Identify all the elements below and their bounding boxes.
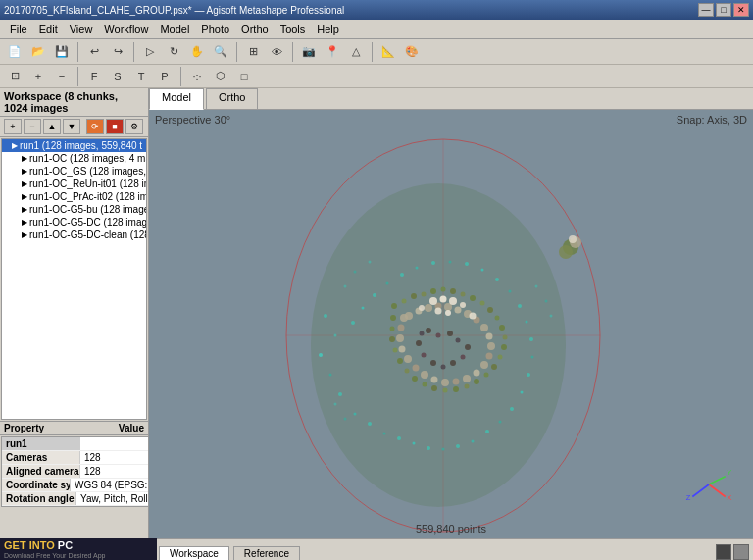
status-icon-2[interactable] (733, 544, 749, 560)
undo-button[interactable]: ↩ (83, 42, 105, 62)
menu-item-tools[interactable]: Tools (275, 23, 312, 36)
remove-chunk-button[interactable]: − (24, 119, 41, 134)
refresh-button[interactable]: ⟳ (86, 119, 104, 134)
island-visualization (247, 120, 659, 538)
tree-item-3[interactable]: ▶run1-OC_ReUn-it01 (128 images (2, 178, 146, 190)
shape-button[interactable]: △ (345, 42, 367, 62)
menu-item-view[interactable]: View (64, 23, 99, 36)
persp-view-button[interactable]: P (154, 67, 176, 86)
title-bar: 20170705_KFIsland_CLAHE_GROUP.psx* — Agi… (0, 0, 753, 20)
menu-item-help[interactable]: Help (311, 23, 345, 36)
tree-item-0[interactable]: ▶run1 (128 images, 559,840 t (2, 139, 146, 152)
zoom-button[interactable]: 🔍 (210, 42, 231, 62)
settings-ws-button[interactable]: ⚙ (126, 119, 143, 134)
point-cloud-button[interactable]: ·:· (186, 67, 208, 86)
marker-button[interactable]: 📍 (322, 42, 343, 62)
svg-point-31 (449, 261, 452, 264)
svg-point-40 (402, 299, 407, 304)
tree-item-label: run1-OC_GS (128 images, 4 mar (29, 166, 146, 177)
svg-point-101 (470, 313, 477, 320)
side-view-button[interactable]: S (107, 67, 128, 86)
menu-item-workflow[interactable]: Workflow (98, 23, 154, 36)
left-panel: Workspace (8 chunks, 1024 images + − ▲ ▼… (0, 88, 149, 538)
window-controls: — □ ✕ (698, 3, 749, 17)
tree-arrow: ▶ (22, 179, 27, 188)
menu-item-edit[interactable]: Edit (33, 23, 64, 36)
move-down-button[interactable]: ▼ (63, 119, 80, 134)
stop-button[interactable]: ■ (106, 119, 124, 134)
svg-point-63 (412, 376, 418, 382)
front-view-button[interactable]: F (83, 67, 105, 86)
svg-point-21 (521, 391, 524, 394)
svg-point-91 (399, 346, 406, 353)
tree-item-5[interactable]: ▶run1-OC-G5-bu (128 images, 4 m (2, 203, 146, 216)
workspace-header: Workspace (8 chunks, 1024 images (0, 88, 148, 117)
rotate-button[interactable]: ↻ (163, 42, 184, 62)
camera-button[interactable]: 📷 (298, 42, 320, 62)
toolbar-2: ⊡ + − F S T P ·:· ⬡ □ (0, 65, 753, 88)
fit-button[interactable]: ⊡ (4, 67, 25, 86)
mesh-button[interactable]: ⬡ (210, 67, 231, 86)
close-button[interactable]: ✕ (733, 3, 749, 17)
svg-point-10 (368, 422, 372, 426)
minimize-button[interactable]: — (698, 3, 714, 17)
workspace-tab[interactable]: Workspace (159, 546, 229, 560)
add-chunk-button[interactable]: + (4, 119, 22, 134)
prop-label-3: Coordinate system (2, 479, 71, 491)
tree-item-1[interactable]: ▶run1-OC (128 images, 4 marks (2, 152, 146, 165)
ortho-button[interactable]: □ (233, 67, 255, 86)
svg-point-87 (431, 377, 438, 383)
viewport: ModelOrtho Perspective 30° Snap: Axis, 3… (149, 88, 753, 538)
status-icon-1[interactable] (716, 544, 731, 560)
svg-point-18 (485, 430, 489, 433)
viewport-content[interactable]: Perspective 30° Snap: Axis, 3D (149, 110, 753, 538)
zoom-in-button[interactable]: + (27, 67, 49, 86)
reference-tab[interactable]: Reference (233, 546, 300, 560)
grid-button[interactable]: ⊞ (242, 42, 264, 62)
svg-point-120 (354, 271, 357, 274)
prop-label-1: Cameras (2, 451, 80, 464)
svg-point-124 (550, 315, 553, 318)
move-up-button[interactable]: ▲ (43, 119, 61, 134)
svg-point-112 (422, 353, 427, 358)
open-button[interactable]: 📂 (27, 42, 49, 62)
prop-label-4: Rotation angles (2, 492, 76, 505)
view-button[interactable]: 👁 (266, 42, 287, 62)
svg-point-54 (498, 355, 503, 360)
tree-item-label: run1-OC_ReUn-it01 (128 images (29, 178, 146, 189)
svg-point-51 (499, 325, 505, 331)
save-button[interactable]: 💾 (51, 42, 73, 62)
zoom-out-button[interactable]: − (51, 67, 73, 86)
new-button[interactable]: 📄 (4, 42, 25, 62)
svg-point-61 (431, 385, 437, 391)
svg-point-48 (480, 301, 485, 306)
tree-item-7[interactable]: ▶run1-OC-G5-DC-clean (128 imag (2, 229, 146, 241)
tree-item-4[interactable]: ▶run1-OC_PrAc-it02 (128 images, (2, 190, 146, 203)
menu-item-file[interactable]: File (4, 23, 33, 36)
svg-point-100 (445, 310, 451, 316)
measure-button[interactable]: 📐 (377, 42, 399, 62)
svg-point-80 (487, 342, 495, 350)
menu-item-ortho[interactable]: Ortho (235, 23, 275, 36)
svg-point-62 (423, 382, 427, 387)
svg-point-22 (527, 373, 530, 377)
properties-panel: Property Value run1Cameras128Aligned cam… (0, 421, 148, 538)
svg-point-53 (501, 344, 507, 350)
svg-point-14 (427, 446, 430, 450)
watermark-title: GET INTO PC (4, 539, 153, 551)
maximize-button[interactable]: □ (716, 3, 731, 17)
select-button[interactable]: ▷ (139, 42, 161, 62)
menu-item-model[interactable]: Model (154, 23, 195, 36)
tree-item-label: run1-OC_PrAc-it02 (128 images, (29, 191, 146, 202)
top-view-button[interactable]: T (130, 67, 152, 86)
workspace-tree: ▶run1 (128 images, 559,840 t▶run1-OC (12… (1, 138, 147, 420)
pan-button[interactable]: ✋ (186, 42, 208, 62)
tree-item-2[interactable]: ▶run1-OC_GS (128 images, 4 mar (2, 165, 146, 178)
tree-item-label: run1-OC-G5-DC (128 images, 4 (29, 217, 146, 228)
redo-button[interactable]: ↪ (107, 42, 128, 62)
viewport-tab-ortho[interactable]: Ortho (206, 88, 259, 109)
tree-item-6[interactable]: ▶run1-OC-G5-DC (128 images, 4 (2, 216, 146, 229)
viewport-tab-model[interactable]: Model (149, 88, 204, 110)
texture-button[interactable]: 🎨 (401, 42, 423, 62)
menu-item-photo[interactable]: Photo (195, 23, 235, 36)
